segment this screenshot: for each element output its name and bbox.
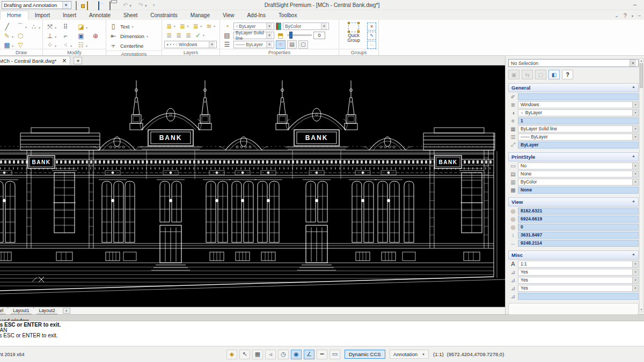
pointer-icon[interactable]: ↖ [239,350,250,359]
new-document-tab-button[interactable]: + [74,57,82,64]
line-icon[interactable]: ╱ [2,23,12,31]
match-properties-icon[interactable]: ▤ [287,40,297,49]
active-layer-combo[interactable]: ● ◐ ▪ ○ Windows ▼ [164,41,217,48]
snap-icon[interactable]: ◈ [226,350,237,359]
lineweight-combo[interactable]: —— ByLayer▼ [233,41,274,48]
entity-snap-icon[interactable]: ◉ [291,350,302,359]
color-bars-icon[interactable] [276,23,281,30]
workspace-switcher[interactable]: Drafting and Annotation ▼ [2,1,71,9]
annotation-scale-combo[interactable]: 1:1▼ [518,261,639,268]
line-color-icon[interactable]: ◔ [222,23,232,30]
hatch-color-combo[interactable]: ByColor▼ [283,23,329,30]
properties-toggle-icon[interactable]: ⁘ [276,40,286,49]
trim-icon[interactable]: ⊥ [45,32,55,40]
new-layout-tab-button[interactable]: + [63,308,70,314]
layer-delete-icon[interactable]: ≣ [184,32,193,39]
printstyle-field-2[interactable]: ByColor▼ [518,179,639,186]
section-header-printstyle[interactable]: PrintStyle▲ [508,152,639,161]
lineweight-display-icon[interactable]: ━ [317,350,327,359]
stretch-icon[interactable]: ⊕ [91,32,100,40]
clear-properties-icon[interactable]: ▢ [298,40,308,49]
point-icon[interactable]: ∴ [29,23,39,31]
move-icon[interactable]: ⤧ [45,23,55,31]
dynamic-input-icon[interactable]: ▭ [330,350,340,359]
rotate-icon[interactable]: ◪ [76,23,86,31]
scroll-up-icon[interactable]: ▲ [640,59,643,62]
new-file-icon[interactable] [76,2,84,9]
view-center-x-field[interactable]: 8162.6321 [518,208,639,215]
transparency-icon[interactable]: ⬒ [276,32,286,39]
collapse-ribbon-icon[interactable]: ⌄ [614,13,619,18]
collapse-icon[interactable]: ▲ [632,154,635,160]
tab-view[interactable]: View [216,11,241,20]
layout-tab-layout2[interactable]: Layout2 [34,307,60,314]
minimize-icon[interactable]: – [633,1,636,8]
annotation-scale-dropdown[interactable]: Annotation ▼ [390,350,429,359]
save-icon[interactable] [98,2,106,9]
tab-import[interactable]: Import [28,11,56,20]
close-icon[interactable]: ✕ [62,57,67,64]
document-tab[interactable]: MCh - Central Bank.dwg* ✕ [0,56,70,65]
redo-icon[interactable]: ↷▾ [138,2,149,9]
print-icon[interactable] [109,2,118,9]
collapse-icon[interactable]: ▲ [632,199,635,205]
select-entities-icon[interactable]: ▣ [508,70,519,79]
quick-select-icon[interactable]: ⇆ [522,70,533,79]
section-header-view[interactable]: View▲ [508,197,639,206]
view-center-y-field[interactable]: 6924.6619 [518,216,639,223]
entity-track-icon[interactable]: ∠ [304,350,314,359]
linetype-scale-field[interactable]: 1 [518,117,639,124]
open-file-icon[interactable] [87,2,95,9]
section-header-general[interactable]: General▲ [508,83,639,92]
dynamic-ccs-button[interactable]: Dynamic CCS [345,350,385,359]
ungroup-icon[interactable]: ✕ [367,23,376,31]
offset-icon[interactable]: ⌐ [61,32,70,40]
section-header-misc[interactable]: Misc▲ [508,250,639,260]
tab-sheet[interactable]: Sheet [117,11,144,20]
explode-icon[interactable]: ⁘ [45,41,55,49]
selection-combo[interactable]: No Selection ▼ [508,59,639,67]
drawing-canvas[interactable]: BANKBANKBANKBANK [0,65,505,307]
layer-lock-icon[interactable]: ≣ [191,23,201,30]
group-manager-icon[interactable]: ◌ [367,41,376,49]
view-width-field[interactable]: 9248.2114 [518,240,639,247]
command-window[interactable]: Press ESC or ENTER to exit. : PAN Press … [0,321,644,346]
ucs-combo-2[interactable]: Yes▼ [518,277,639,284]
tab-manage[interactable]: Manage [184,11,216,20]
view-center-z-field[interactable]: 0 [518,224,639,231]
transparency-field[interactable]: ByLayer [518,142,639,149]
ucs-combo-1[interactable]: Yes▼ [518,269,639,276]
chevron-down-icon[interactable]: ▼ [62,2,69,9]
arc-icon[interactable]: ⌒ [16,22,25,31]
mirror-icon[interactable]: ⁖ [61,41,70,49]
panel-scrollbar[interactable]: ▲ ▼ [639,58,643,312]
polygon-icon[interactable]: ⬡ [16,32,25,40]
quick-calculator-icon[interactable]: ◧ [548,70,560,79]
help-dropdown-icon[interactable]: ▾ [632,14,633,18]
chevron-down-icon[interactable]: ▼ [630,60,636,67]
view-height-field[interactable]: 3631.8497 [518,232,639,239]
toolbar-options-icon[interactable]: ≡ [152,3,155,7]
spline-icon[interactable]: ✎ [2,32,12,40]
quick-group-button[interactable]: ⚡ Quick Group [343,21,364,49]
pattern-icon[interactable]: ⠿ [61,23,70,31]
select-all-icon[interactable]: ▢ [535,70,546,79]
ortho-icon[interactable]: ◃ [265,350,276,359]
scroll-down-icon[interactable]: ▼ [640,308,643,311]
layout-tab-model[interactable]: Model [0,307,8,314]
edit-group-icon[interactable]: ✎ [367,32,376,40]
centerline-tool[interactable]: ⫟Centerline [108,41,159,50]
lineweight-icon[interactable]: ☰ [222,41,232,48]
line-color-combo[interactable]: ○ByLayer▼ [518,109,639,116]
scrollbar-thumb[interactable] [640,63,643,88]
layer-combo[interactable]: Windows▼ [518,101,639,108]
command-window-header[interactable]: Command window [0,314,644,321]
linetype-combo[interactable]: ByLayer Solid line▼ [518,125,639,132]
layer-match-icon[interactable]: ≣ [174,32,184,39]
text-tool[interactable]: ▯Text▾ [108,21,159,31]
layer-off-icon[interactable]: ≣ [164,32,174,39]
scale-icon[interactable]: ▣ [76,32,86,40]
hatch-icon[interactable]: ▦ [2,41,12,49]
grid-icon[interactable]: ▦ [252,350,263,359]
ucs-combo-3[interactable]: Yes▼ [518,285,639,292]
